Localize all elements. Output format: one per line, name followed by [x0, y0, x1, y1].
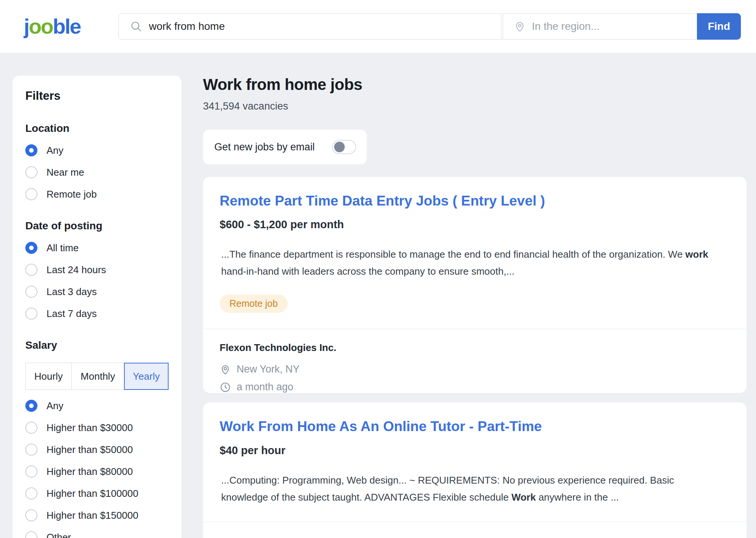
toggle-knob — [334, 142, 345, 152]
salary-heading: Salary — [25, 339, 169, 351]
location-pin-icon — [220, 364, 231, 375]
job-location-row: New York, NY — [220, 363, 730, 375]
radio-selected-icon[interactable] — [25, 144, 37, 156]
radio-label: Last 3 days — [46, 286, 97, 298]
region-input[interactable] — [532, 20, 688, 32]
desc-text: hand-in-hand with leaders across the com… — [221, 266, 514, 277]
radio-salary-any[interactable]: Any — [25, 400, 169, 412]
radio-label: Other — [46, 532, 71, 538]
radio-selected-icon[interactable] — [25, 242, 37, 254]
radio-label: Higher than $100000 — [46, 488, 138, 499]
job-salary: $40 per hour — [220, 444, 730, 457]
logo-part-j: j — [24, 14, 29, 38]
logo-part-oo: oo — [29, 14, 53, 38]
filters-title: Filters — [25, 89, 169, 103]
job-title-link[interactable]: Work From Home As An Online Tutor - Part… — [220, 418, 542, 435]
radio-icon[interactable] — [25, 286, 37, 298]
radio-location-remote-job[interactable]: Remote job — [25, 188, 169, 200]
clock-icon — [220, 382, 231, 393]
filters-panel: Filters Location Any Near me Remote job … — [12, 76, 181, 538]
job-card: Work From Home As An Online Tutor - Part… — [203, 402, 747, 538]
radio-icon[interactable] — [25, 465, 37, 478]
vacancies-count: 341,594 vacancies — [203, 100, 747, 112]
radio-salary-other[interactable]: Other — [25, 531, 169, 538]
keyword-field — [118, 13, 502, 40]
radio-icon[interactable] — [25, 422, 37, 434]
radio-label: Higher than $50000 — [46, 444, 133, 456]
radio-icon[interactable] — [25, 188, 37, 200]
radio-label: Higher than $150000 — [46, 510, 138, 521]
radio-date-last-3-days[interactable]: Last 3 days — [25, 286, 169, 298]
radio-icon[interactable] — [25, 487, 37, 499]
radio-date-all-time[interactable]: All time — [25, 242, 169, 254]
radio-label: Any — [46, 145, 64, 156]
radio-label: Near me — [46, 167, 84, 178]
desc-highlight: Work — [511, 492, 536, 503]
job-posted: a month ago — [237, 381, 293, 393]
radio-date-last-7-days[interactable]: Last 7 days — [25, 308, 169, 320]
radio-label: Last 7 days — [46, 308, 97, 320]
search-bar: Find — [118, 13, 741, 40]
email-subscribe-toggle[interactable] — [332, 140, 356, 154]
tab-hourly[interactable]: Hourly — [25, 363, 72, 390]
company-name: Flexon Technologies Inc. — [220, 342, 730, 354]
radio-icon[interactable] — [25, 264, 37, 276]
job-card: Remote Part Time Data Entry Jobs ( Entry… — [203, 177, 747, 393]
region-field — [503, 13, 697, 40]
desc-text: ...The finance department is responsible… — [221, 249, 685, 260]
jooble-logo[interactable]: jooble — [24, 16, 96, 37]
tab-yearly[interactable]: Yearly — [124, 363, 169, 390]
radio-label: Higher than $80000 — [46, 466, 133, 478]
desc-text: anywhere in the ... — [536, 492, 619, 503]
radio-salary-30000[interactable]: Higher than $30000 — [25, 422, 169, 434]
logo-part-ble: ble — [53, 14, 80, 38]
radio-salary-100000[interactable]: Higher than $100000 — [25, 487, 169, 499]
location-pin-icon — [514, 20, 526, 32]
date-of-posting-heading: Date of posting — [25, 220, 169, 232]
job-description: ...Computing: Programming, Web design...… — [220, 472, 711, 506]
job-location: New York, NY — [237, 363, 300, 375]
job-description: ...The finance department is responsible… — [220, 246, 711, 280]
radio-icon[interactable] — [25, 444, 37, 456]
radio-date-last-24-hours[interactable]: Last 24 hours — [25, 264, 169, 276]
job-title-link[interactable]: Remote Part Time Data Entry Jobs ( Entry… — [220, 193, 545, 209]
find-button[interactable]: Find — [697, 13, 741, 40]
tab-monthly[interactable]: Monthly — [71, 363, 124, 390]
remote-job-tag: Remote job — [220, 294, 288, 313]
search-icon — [130, 20, 142, 32]
search-input[interactable] — [149, 20, 492, 32]
email-subscribe-label: Get new jobs by email — [214, 141, 315, 153]
radio-label: Higher than $30000 — [46, 422, 133, 434]
radio-location-near-me[interactable]: Near me — [25, 166, 169, 178]
salary-period-tabs: Hourly Monthly Yearly — [25, 363, 169, 390]
radio-label: Any — [46, 400, 64, 412]
radio-icon[interactable] — [25, 308, 37, 320]
radio-salary-50000[interactable]: Higher than $50000 — [25, 444, 169, 456]
email-subscribe-pill: Get new jobs by email — [203, 130, 367, 164]
radio-location-any[interactable]: Any — [25, 144, 169, 156]
radio-salary-80000[interactable]: Higher than $80000 — [25, 465, 169, 478]
radio-salary-150000[interactable]: Higher than $150000 — [25, 509, 169, 521]
radio-label: All time — [46, 242, 79, 254]
page-title: Work from home jobs — [203, 76, 747, 94]
job-posted-row: a month ago — [220, 381, 730, 393]
radio-label: Remote job — [46, 189, 97, 200]
desc-highlight: work — [685, 249, 708, 260]
results-column: Work from home jobs 341,594 vacancies Ge… — [203, 76, 747, 538]
job-salary: $600 - $1,200 per month — [220, 218, 730, 231]
header: jooble Find — [0, 0, 756, 53]
location-heading: Location — [25, 122, 169, 134]
card-divider — [203, 522, 747, 522]
radio-icon[interactable] — [25, 509, 37, 521]
radio-selected-icon[interactable] — [25, 400, 37, 412]
radio-label: Last 24 hours — [46, 264, 106, 276]
radio-icon[interactable] — [25, 166, 37, 178]
radio-icon[interactable] — [25, 531, 37, 538]
